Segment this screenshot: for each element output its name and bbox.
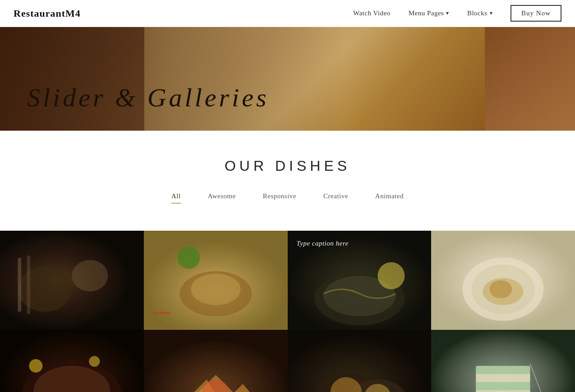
- gallery-item-7[interactable]: [288, 330, 432, 392]
- nav-blocks[interactable]: Blocks: [467, 9, 492, 17]
- buy-now-button[interactable]: Buy Now: [511, 5, 561, 22]
- dishes-section-title: OUR DISHES: [0, 158, 575, 174]
- filter-tab-responsive[interactable]: Responsive: [263, 192, 296, 204]
- gallery-item-4[interactable]: [431, 231, 575, 330]
- gallery-item-1[interactable]: [0, 231, 144, 330]
- gallery-grid: Type caption here: [0, 231, 575, 392]
- filter-tab-all[interactable]: All: [171, 192, 181, 204]
- gallery-item-3[interactable]: Type caption here: [288, 231, 432, 330]
- navbar: RestaurantM4 Watch Video Menu Pages Bloc…: [0, 0, 575, 27]
- dishes-section: OUR DISHES All Awesome Responsive Creati…: [0, 131, 575, 231]
- filter-tabs: All Awesome Responsive Creative Animated: [0, 192, 575, 204]
- gallery-item-2[interactable]: [144, 231, 288, 330]
- hero-title: Slider & Galleries: [27, 82, 269, 113]
- filter-tab-creative[interactable]: Creative: [323, 192, 348, 204]
- nav-watch-video[interactable]: Watch Video: [353, 9, 391, 17]
- filter-tab-awesome[interactable]: Awesome: [208, 192, 236, 204]
- gallery-item-5[interactable]: [0, 330, 144, 392]
- nav-logo[interactable]: RestaurantM4: [14, 8, 81, 19]
- nav-menu-pages[interactable]: Menu Pages: [409, 9, 449, 17]
- nav-links: Watch Video Menu Pages Blocks Buy Now: [353, 5, 561, 22]
- gallery-item-6[interactable]: [144, 330, 288, 392]
- gallery-item-8[interactable]: [431, 330, 575, 392]
- filter-tab-animated[interactable]: Animated: [375, 192, 404, 204]
- hero-overlay: [0, 27, 575, 131]
- hero-section: Slider & Galleries: [0, 27, 575, 131]
